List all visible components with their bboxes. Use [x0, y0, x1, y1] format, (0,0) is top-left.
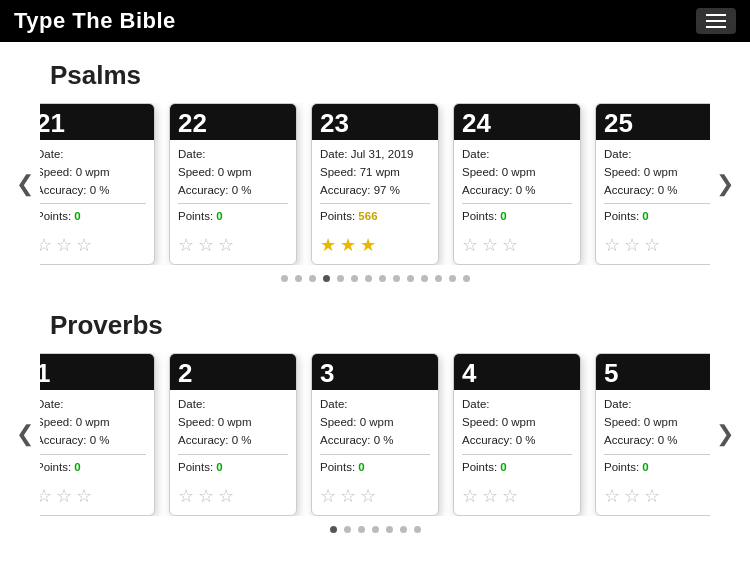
card-number: 25	[596, 104, 710, 140]
dot[interactable]	[386, 526, 393, 533]
star-1[interactable]: ☆	[198, 485, 214, 507]
card[interactable]: 23Date: Jul 31, 2019Speed: 71 wpmAccurac…	[311, 103, 439, 265]
card[interactable]: 5Date:Speed: 0 wpmAccuracy: 0 %Points: 0…	[595, 353, 710, 515]
carousel-left-proverbs[interactable]: ❮	[10, 421, 40, 447]
card-points: Points: 0	[320, 459, 430, 477]
star-2[interactable]: ☆	[644, 485, 660, 507]
dot[interactable]	[309, 275, 316, 282]
star-0[interactable]: ☆	[462, 234, 478, 256]
card-date: Date:	[320, 396, 430, 414]
star-2[interactable]: ☆	[360, 485, 376, 507]
star-2[interactable]: ☆	[76, 234, 92, 256]
card-stars: ☆☆☆	[596, 230, 710, 264]
star-0[interactable]: ☆	[40, 234, 52, 256]
dot[interactable]	[323, 275, 330, 282]
card-points: Points: 0	[40, 459, 146, 477]
dot[interactable]	[435, 275, 442, 282]
card-accuracy: Accuracy: 0 %	[462, 432, 572, 450]
star-1[interactable]: ☆	[482, 234, 498, 256]
star-2[interactable]: ☆	[76, 485, 92, 507]
dot[interactable]	[330, 526, 337, 533]
menu-button[interactable]	[696, 8, 736, 34]
card[interactable]: 2Date:Speed: 0 wpmAccuracy: 0 %Points: 0…	[169, 353, 297, 515]
star-2[interactable]: ☆	[502, 234, 518, 256]
dot[interactable]	[379, 275, 386, 282]
card-stars: ☆☆☆	[454, 481, 580, 515]
star-2[interactable]: ☆	[502, 485, 518, 507]
carousel-left-psalms[interactable]: ❮	[10, 171, 40, 197]
star-1[interactable]: ☆	[482, 485, 498, 507]
card-points: Points: 566	[320, 208, 430, 226]
card-date: Date:	[178, 396, 288, 414]
section-title-psalms: Psalms	[0, 60, 750, 91]
dot[interactable]	[295, 275, 302, 282]
card-body: Date:Speed: 0 wpmAccuracy: 0 %Points: 0	[312, 390, 438, 480]
dot[interactable]	[449, 275, 456, 282]
card-number: 4	[454, 354, 580, 390]
dot[interactable]	[365, 275, 372, 282]
card-divider	[462, 203, 572, 204]
dot[interactable]	[421, 275, 428, 282]
star-0[interactable]: ☆	[462, 485, 478, 507]
card[interactable]: 25Date:Speed: 0 wpmAccuracy: 0 %Points: …	[595, 103, 710, 265]
dot[interactable]	[372, 526, 379, 533]
dot[interactable]	[400, 526, 407, 533]
card-number: 21	[40, 104, 154, 140]
card-number: 3	[312, 354, 438, 390]
card-number: 5	[596, 354, 710, 390]
star-0[interactable]: ☆	[40, 485, 52, 507]
card-date: Date:	[604, 396, 710, 414]
star-0[interactable]: ☆	[320, 485, 336, 507]
star-1[interactable]: ☆	[198, 234, 214, 256]
card-number: 23	[312, 104, 438, 140]
star-1[interactable]: ☆	[624, 485, 640, 507]
star-1[interactable]: ★	[340, 234, 356, 256]
star-2[interactable]: ☆	[644, 234, 660, 256]
card[interactable]: 22Date:Speed: 0 wpmAccuracy: 0 %Points: …	[169, 103, 297, 265]
sections-container: Psalms❮21Date:Speed: 0 wpmAccuracy: 0 %P…	[0, 42, 750, 543]
star-1[interactable]: ☆	[56, 234, 72, 256]
dot[interactable]	[393, 275, 400, 282]
dot[interactable]	[358, 526, 365, 533]
dot[interactable]	[407, 275, 414, 282]
star-2[interactable]: ★	[360, 234, 376, 256]
card-body: Date:Speed: 0 wpmAccuracy: 0 %Points: 0	[170, 140, 296, 230]
dot[interactable]	[344, 526, 351, 533]
card[interactable]: 1Date:Speed: 0 wpmAccuracy: 0 %Points: 0…	[40, 353, 155, 515]
star-0[interactable]: ☆	[178, 485, 194, 507]
card-divider	[40, 454, 146, 455]
card-date: Date:	[40, 146, 146, 164]
card-points: Points: 0	[604, 459, 710, 477]
star-0[interactable]: ☆	[604, 234, 620, 256]
section-psalms: Psalms❮21Date:Speed: 0 wpmAccuracy: 0 %P…	[0, 42, 750, 292]
dot[interactable]	[281, 275, 288, 282]
dot[interactable]	[351, 275, 358, 282]
star-0[interactable]: ☆	[604, 485, 620, 507]
star-0[interactable]: ★	[320, 234, 336, 256]
card-body: Date: Jul 31, 2019Speed: 71 wpmAccuracy:…	[312, 140, 438, 230]
star-0[interactable]: ☆	[178, 234, 194, 256]
dot[interactable]	[337, 275, 344, 282]
card[interactable]: 24Date:Speed: 0 wpmAccuracy: 0 %Points: …	[453, 103, 581, 265]
dot[interactable]	[414, 526, 421, 533]
carousel-right-psalms[interactable]: ❯	[710, 171, 740, 197]
card[interactable]: 21Date:Speed: 0 wpmAccuracy: 0 %Points: …	[40, 103, 155, 265]
card-body: Date:Speed: 0 wpmAccuracy: 0 %Points: 0	[454, 390, 580, 480]
star-1[interactable]: ☆	[624, 234, 640, 256]
star-1[interactable]: ☆	[340, 485, 356, 507]
card-divider	[320, 203, 430, 204]
section-proverbs: Proverbs❮1Date:Speed: 0 wpmAccuracy: 0 %…	[0, 292, 750, 542]
star-2[interactable]: ☆	[218, 485, 234, 507]
star-2[interactable]: ☆	[218, 234, 234, 256]
card-number: 1	[40, 354, 154, 390]
card[interactable]: 3Date:Speed: 0 wpmAccuracy: 0 %Points: 0…	[311, 353, 439, 515]
carousel-track-psalms: 21Date:Speed: 0 wpmAccuracy: 0 %Points: …	[40, 103, 710, 265]
card[interactable]: 4Date:Speed: 0 wpmAccuracy: 0 %Points: 0…	[453, 353, 581, 515]
star-1[interactable]: ☆	[56, 485, 72, 507]
carousel-right-proverbs[interactable]: ❯	[710, 421, 740, 447]
dot[interactable]	[463, 275, 470, 282]
card-points: Points: 0	[178, 459, 288, 477]
card-date: Date:	[462, 396, 572, 414]
app-header: Type The Bible	[0, 0, 750, 42]
carousel-proverbs: ❮1Date:Speed: 0 wpmAccuracy: 0 %Points: …	[0, 353, 750, 515]
